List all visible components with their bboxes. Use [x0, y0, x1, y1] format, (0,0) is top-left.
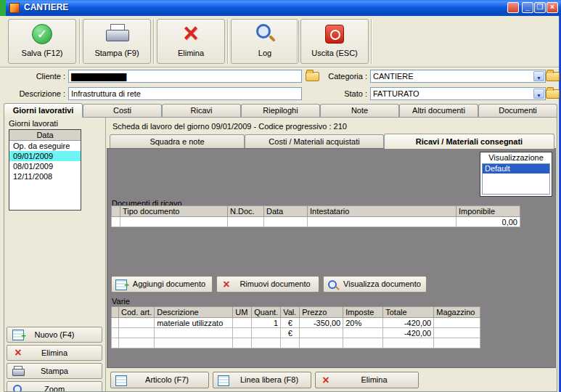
tab-riepiloghi[interactable]: Riepiloghi: [241, 104, 320, 117]
varie-col-val: Val.: [281, 307, 300, 318]
varie-row-empty[interactable]: [112, 338, 480, 348]
dropdown-arrow-icon[interactable]: [533, 71, 544, 81]
dropdown-arrow-icon[interactable]: [533, 89, 544, 99]
tab-note[interactable]: Note: [320, 104, 399, 117]
cliente-label: Cliente :: [6, 72, 65, 81]
log-button[interactable]: Log: [231, 19, 299, 64]
categoria-value: CANTIERE: [373, 72, 414, 81]
visualizzazione-item-selected[interactable]: Default: [483, 164, 549, 173]
red-x-icon: [12, 348, 24, 359]
stato-select[interactable]: FATTURATO: [370, 87, 546, 100]
varie-header-row: Cod. art. Descrizione UM Quant. Val. Pre…: [112, 307, 480, 318]
giorni-list-item-selected[interactable]: 09/01/2009: [9, 151, 81, 161]
giorni-list[interactable]: Data Op. da eseguire 09/01/2009 08/01/20…: [9, 129, 81, 211]
varie-cell-magazzino: [434, 318, 480, 328]
red-x-icon: [221, 279, 232, 290]
varie-cell: [119, 338, 155, 348]
varie-col-imposte: Imposte: [343, 307, 383, 318]
visualizza-documento-button[interactable]: Visualizza documento: [323, 276, 427, 293]
varie-col-totale: Totale: [383, 307, 434, 318]
linea-libera-button-label: Linea libera (F8): [240, 375, 298, 384]
subtab-costi-materiali[interactable]: Costi / Materiali acquistati: [245, 134, 384, 148]
toolbar: Salva (F12) Stampa (F9) Elimina Log Usci…: [0, 16, 559, 68]
tab-costi[interactable]: Costi: [83, 104, 162, 117]
varie-cell-selector: [112, 328, 119, 338]
giorni-lavorati-panel: Giorni lavorati Data Op. da eseguire 09/…: [4, 118, 106, 391]
giorni-list-item[interactable]: Op. da eseguire: [9, 141, 81, 151]
elimina-giorno-button[interactable]: Elimina: [7, 345, 102, 361]
categoria-select[interactable]: CANTIERE: [370, 70, 546, 83]
giorni-list-item[interactable]: 08/01/2009: [9, 161, 81, 171]
descrizione-value: Infrastruttura di rete: [71, 89, 141, 98]
app-window: CANTIERE _ ❐ × Salva (F12) Stampa (F9) E…: [0, 0, 561, 392]
varie-cell-cod: [119, 318, 155, 328]
elimina-riga-button[interactable]: Elimina: [315, 372, 419, 388]
doc-cell-tipo: [120, 217, 228, 227]
worksheet-header: Scheda di lavoro del giorno 09/01/2009 -…: [112, 122, 347, 131]
maximize-button[interactable]: ❐: [534, 2, 546, 13]
subtab-ricavi-materiali[interactable]: Ricavi / Materiali consegnati: [384, 134, 554, 149]
work-area: Scheda di lavoro del giorno 09/01/2009 -…: [107, 118, 557, 391]
varie-col-prezzo: Prezzo: [300, 307, 343, 318]
categoria-label: Categoria :: [311, 72, 367, 81]
printer-icon: [105, 24, 129, 46]
elimina-giorno-button-label: Elimina: [41, 348, 67, 357]
varie-row-totals[interactable]: € -420,00: [112, 328, 480, 338]
cliente-value-redacted: ██████████████: [71, 73, 126, 81]
red-x-icon: [320, 375, 332, 386]
magnifier-icon: [327, 279, 339, 290]
varie-label: Varie: [112, 297, 130, 306]
magnifier-icon: [254, 21, 276, 44]
categoria-folder-button[interactable]: [546, 72, 560, 81]
doc-table-row[interactable]: 0,00: [112, 217, 520, 227]
varie-row[interactable]: materiale utilizzato 1 € -350,00 20% -42…: [112, 318, 480, 328]
varie-table: Cod. art. Descrizione UM Quant. Val. Pre…: [111, 306, 480, 348]
nuovo-button[interactable]: Nuovo (F4): [7, 327, 102, 343]
tab-giorni-lavorativi[interactable]: Giorni lavorativi: [4, 103, 83, 118]
doc-cell-imponibile: 0,00: [456, 217, 520, 227]
descrizione-input[interactable]: Infrastruttura di rete: [68, 87, 302, 100]
save-button[interactable]: Salva (F12): [8, 19, 76, 64]
table-icon: [218, 375, 229, 386]
doc-col-ndoc: N.Doc.: [228, 206, 264, 217]
aggiungi-documento-button[interactable]: Aggiungi documento: [111, 276, 213, 293]
main-tab-bar: Giorni lavorativi Costi Ricavi Riepilogh…: [4, 102, 557, 117]
doc-table-header-row: Tipo documento N.Doc. Data Intestatario …: [112, 206, 520, 217]
toolbar-separator: [371, 19, 372, 64]
giorni-list-item[interactable]: 12/11/2008: [9, 171, 81, 181]
delete-button[interactable]: Elimina: [157, 19, 225, 64]
subtab-squadra-e-note[interactable]: Squadra e note: [110, 134, 245, 148]
varie-cell-quant: 1: [252, 318, 281, 328]
print-button[interactable]: Stampa (F9): [83, 19, 151, 64]
linea-libera-button[interactable]: Linea libera (F8): [213, 372, 311, 388]
doc-col-tipo: Tipo documento: [120, 206, 228, 217]
varie-cell-descrizione: materiale utilizzato: [155, 318, 233, 328]
exit-button[interactable]: Uscita (ESC): [300, 19, 369, 64]
visualizzazione-list[interactable]: Default: [482, 163, 550, 195]
stato-folder-button[interactable]: [546, 89, 560, 99]
doc-col-imponibile: Imponibile: [456, 206, 520, 217]
varie-cell-val: €: [281, 318, 300, 328]
doc-col-selector: [112, 206, 120, 217]
elimina-riga-button-label: Elimina: [361, 375, 387, 384]
varie-cell-um: [233, 328, 252, 338]
close-button[interactable]: ×: [546, 2, 558, 13]
descrizione-label: Descrizione :: [1, 89, 65, 98]
tab-altri-documenti[interactable]: Altri documenti: [399, 104, 478, 117]
window-extra-button[interactable]: [507, 2, 519, 13]
minimize-button[interactable]: _: [522, 2, 533, 13]
stampa-giorno-button[interactable]: Stampa: [7, 363, 102, 379]
window-title: CANTIERE: [24, 2, 68, 12]
articolo-button[interactable]: Articolo (F7): [110, 372, 209, 388]
tab-documenti[interactable]: Documenti: [478, 104, 557, 117]
doc-cell-data: [264, 217, 308, 227]
printer-icon: [12, 366, 24, 377]
cliente-input[interactable]: ██████████████: [68, 70, 302, 83]
varie-cell: [281, 338, 300, 348]
varie-cell-quant: [252, 328, 281, 338]
zoom-button[interactable]: Zoom: [7, 381, 102, 392]
doc-cell-selector: [112, 217, 120, 227]
rimuovi-documento-button[interactable]: Rimuovi documento: [216, 276, 319, 293]
varie-cell: [233, 338, 252, 348]
tab-ricavi[interactable]: Ricavi: [162, 104, 241, 117]
